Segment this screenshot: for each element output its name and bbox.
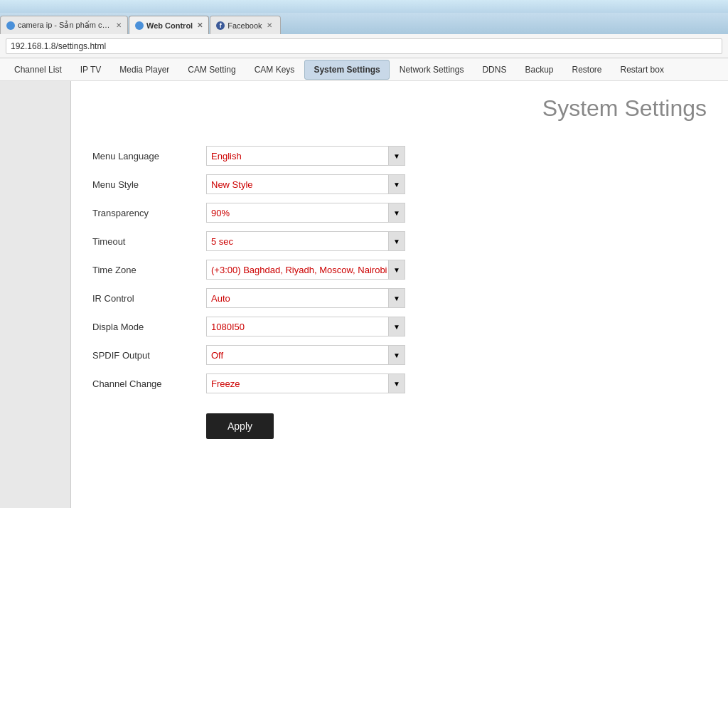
- setting-label-spdif-output: SPDIF Output: [92, 350, 206, 361]
- setting-label-timeout: Timeout: [92, 236, 206, 247]
- setting-row-channel-change: Channel ChangeFreezeBlackLast Frame▼: [92, 371, 448, 396]
- select-ir-control[interactable]: AutoManualOff: [206, 288, 405, 308]
- tab-2-close[interactable]: ✕: [197, 21, 203, 29]
- nav-item-ddns[interactable]: DDNS: [473, 60, 515, 79]
- select-menu-style[interactable]: New StyleClassic Style: [206, 174, 405, 194]
- nav-item-cam-keys[interactable]: CAM Keys: [246, 60, 304, 79]
- setting-label-menu-style: Menu Style: [92, 179, 206, 190]
- setting-row-ir-control: IR ControlAutoManualOff▼: [92, 285, 448, 311]
- settings-table: Menu LanguageEnglishVietnameseFrenchGerm…: [92, 143, 448, 396]
- nav-item-media-player[interactable]: Media Player: [111, 60, 178, 79]
- setting-row-transparency: Transparency90%80%70%60%50%▼: [92, 200, 448, 226]
- setting-row-timeout: Timeout5 sec10 sec15 sec30 sec▼: [92, 228, 448, 254]
- setting-row-time-zone: Time Zone(+3:00) Baghdad, Riyadh, Moscow…: [92, 257, 448, 282]
- tab-3-label: Facebook: [228, 21, 262, 30]
- nav-item-restore[interactable]: Restore: [564, 60, 611, 79]
- select-timeout[interactable]: 5 sec10 sec15 sec30 sec: [206, 231, 405, 251]
- nav-item-backup[interactable]: Backup: [516, 60, 562, 79]
- main-content: System Settings Menu LanguageEnglishViet…: [0, 81, 728, 508]
- setting-row-menu-style: Menu StyleNew StyleClassic Style▼: [92, 171, 448, 197]
- nav-item-system-settings[interactable]: System Settings: [304, 60, 389, 80]
- nav-item-iptv[interactable]: IP TV: [72, 60, 110, 79]
- setting-label-display-mode: Displa Mode: [92, 322, 206, 332]
- address-bar: [0, 34, 728, 58]
- setting-label-ir-control: IR Control: [92, 293, 206, 304]
- tab-bar: camera ip - Sản phẩm ca... ✕ Web Control…: [0, 13, 728, 34]
- apply-button[interactable]: Apply: [206, 413, 274, 439]
- setting-row-menu-language: Menu LanguageEnglishVietnameseFrenchGerm…: [92, 143, 448, 169]
- tab-1[interactable]: camera ip - Sản phẩm ca... ✕: [0, 16, 128, 34]
- setting-label-transparency: Transparency: [92, 208, 206, 218]
- browser-chrome: [0, 0, 728, 13]
- select-channel-change[interactable]: FreezeBlackLast Frame: [206, 373, 405, 393]
- nav-menu: Channel ListIP TVMedia PlayerCAM Setting…: [0, 58, 728, 81]
- tab-3-close[interactable]: ✕: [267, 21, 272, 29]
- nav-item-cam-setting[interactable]: CAM Setting: [179, 60, 244, 79]
- tab-3[interactable]: f Facebook ✕: [210, 16, 281, 34]
- sidebar: [0, 81, 71, 508]
- select-menu-language[interactable]: EnglishVietnameseFrenchGerman: [206, 146, 405, 166]
- tab-3-icon: f: [216, 21, 225, 30]
- setting-label-menu-language: Menu Language: [92, 151, 206, 161]
- nav-item-channel-list[interactable]: Channel List: [6, 60, 70, 79]
- tab-2-label: Web Control: [146, 21, 193, 30]
- tab-2-icon: [135, 21, 144, 30]
- select-time-zone[interactable]: (+3:00) Baghdad, Riyadh, Moscow, Nairobi…: [206, 260, 405, 280]
- tab-2[interactable]: Web Control ✕: [129, 16, 209, 34]
- address-input[interactable]: [6, 38, 722, 54]
- setting-row-display-mode: Displa Mode1080I501080I60720P50720P60576…: [92, 314, 448, 339]
- setting-row-spdif-output: SPDIF OutputOffOnAuto▼: [92, 342, 448, 368]
- tab-1-icon: [6, 21, 15, 30]
- content-area: System Settings Menu LanguageEnglishViet…: [71, 81, 728, 508]
- nav-item-network-settings[interactable]: Network Settings: [391, 60, 473, 79]
- setting-label-channel-change: Channel Change: [92, 378, 206, 389]
- page-title: System Settings: [92, 95, 707, 122]
- nav-item-restart-box[interactable]: Restart box: [612, 60, 673, 79]
- select-display-mode[interactable]: 1080I501080I60720P50720P60576I: [206, 317, 405, 336]
- setting-label-time-zone: Time Zone: [92, 265, 206, 275]
- tab-1-close[interactable]: ✕: [116, 21, 122, 29]
- tab-1-label: camera ip - Sản phẩm ca...: [18, 21, 112, 30]
- select-spdif-output[interactable]: OffOnAuto: [206, 345, 405, 365]
- select-transparency[interactable]: 90%80%70%60%50%: [206, 203, 405, 223]
